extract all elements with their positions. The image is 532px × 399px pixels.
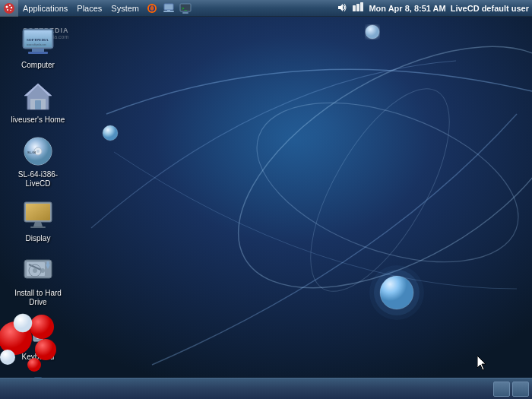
- network-icon[interactable]: [160, 0, 177, 17]
- desktop: SOFTPEDIA www.softpedia.com Applications: [0, 0, 532, 399]
- bottom-btn-1[interactable]: [493, 382, 510, 397]
- bottom-btn-2[interactable]: [512, 382, 529, 397]
- svg-point-75: [30, 315, 54, 339]
- svg-rect-50: [30, 226, 46, 228]
- svg-point-44: [36, 150, 40, 153]
- svg-rect-58: [47, 261, 49, 265]
- taskbar: Applications Places System: [0, 0, 532, 17]
- computer-label: Computer: [21, 61, 55, 70]
- svg-point-56: [33, 268, 37, 273]
- applications-label: Applications: [23, 4, 68, 13]
- svg-rect-48: [26, 204, 50, 220]
- svg-marker-49: [33, 222, 43, 226]
- svg-point-16: [7, 9, 8, 11]
- svg-text:www.softpedia.com: www.softpedia.com: [27, 43, 46, 46]
- volume-icon[interactable]: [337, 2, 347, 14]
- svg-text:>_: >_: [182, 6, 188, 11]
- bottom-taskbar: [0, 378, 532, 399]
- terminal-icon[interactable]: >_: [177, 0, 194, 17]
- home-desktop-icon[interactable]: liveuser's Home: [8, 78, 68, 126]
- firefox-icon[interactable]: [144, 0, 160, 17]
- network-status-icon[interactable]: [352, 2, 364, 14]
- username: LiveCD default user: [451, 4, 529, 13]
- svg-point-13: [6, 5, 8, 8]
- svg-rect-39: [35, 100, 41, 109]
- svg-rect-22: [167, 10, 170, 11]
- molecule-graphic: [0, 300, 68, 376]
- applications-menu-btn[interactable]: Applications: [18, 0, 72, 17]
- svg-point-7: [366, 25, 379, 39]
- svg-point-11: [369, 265, 424, 320]
- background-decoration: [0, 0, 532, 399]
- taskbar-left: Applications Places System: [0, 0, 334, 17]
- bottom-right: [493, 382, 529, 397]
- svg-rect-34: [28, 52, 48, 54]
- svg-point-77: [14, 314, 32, 332]
- svg-point-8: [103, 125, 118, 141]
- svg-rect-28: [356, 4, 359, 11]
- display-desktop-icon[interactable]: Display: [8, 196, 68, 245]
- display-label: Display: [26, 234, 51, 243]
- places-menu-btn[interactable]: Places: [72, 0, 106, 17]
- svg-point-17: [10, 9, 11, 11]
- svg-point-15: [11, 6, 12, 8]
- computer-desktop-icon[interactable]: SOFTPEDIA www.softpedia.com Computer: [8, 23, 68, 71]
- svg-rect-24: [182, 12, 188, 14]
- clock: Mon Apr 8, 8:51 AM: [369, 4, 445, 13]
- svg-text:SL-64: SL-64: [27, 150, 36, 154]
- svg-text:SOFTPEDIA: SOFTPEDIA: [27, 38, 49, 42]
- svg-point-78: [0, 350, 15, 365]
- svg-rect-29: [360, 2, 363, 11]
- svg-point-14: [9, 5, 11, 6]
- svg-rect-27: [353, 5, 356, 11]
- system-label: System: [111, 4, 139, 13]
- taskbar-right: Mon Apr 8, 8:51 AM LiveCD default user: [334, 2, 532, 14]
- cdrom-desktop-icon[interactable]: SL-64 SL-64-i386-LiveCD: [8, 132, 68, 190]
- svg-point-79: [27, 358, 41, 372]
- svg-point-76: [35, 339, 56, 360]
- cdrom-label: SL-64-i386-LiveCD: [9, 170, 67, 188]
- svg-point-12: [4, 3, 14, 14]
- svg-rect-20: [164, 4, 173, 10]
- system-menu-btn[interactable]: System: [106, 0, 144, 17]
- svg-marker-26: [338, 4, 343, 11]
- svg-rect-33: [32, 49, 44, 52]
- places-label: Places: [77, 4, 102, 13]
- home-label: liveuser's Home: [11, 116, 65, 125]
- svg-rect-0: [0, 0, 532, 399]
- gnome-icon[interactable]: [0, 0, 18, 17]
